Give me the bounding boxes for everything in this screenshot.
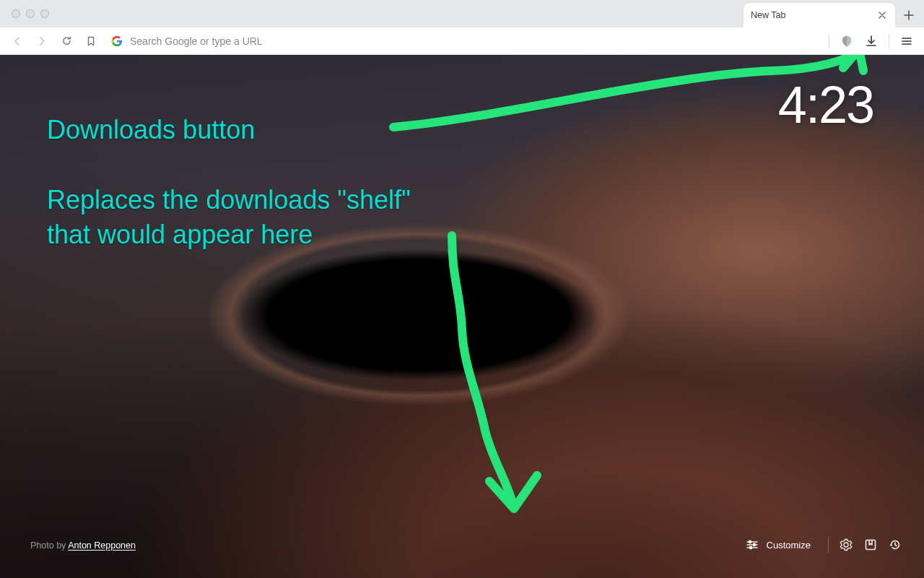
svg-rect-3 (866, 540, 876, 550)
downloads-button[interactable] (861, 31, 881, 51)
toolbar-divider (829, 34, 829, 48)
traffic-light-close[interactable] (12, 9, 20, 18)
tab-new-tab[interactable]: New Tab (744, 3, 895, 27)
history-icon[interactable] (888, 538, 902, 552)
toolbar-right (826, 31, 917, 51)
photo-credit: Photo by Anton Repponen (30, 540, 136, 551)
traffic-light-zoom[interactable] (40, 9, 49, 18)
google-icon (111, 35, 123, 47)
sliders-icon (745, 538, 759, 552)
footer-divider (828, 537, 829, 553)
tab-strip: New Tab (744, 0, 924, 27)
annotation-line-2b: that would appear here (47, 217, 411, 253)
bookmarks-icon[interactable] (863, 538, 878, 552)
toolbar-divider (889, 34, 889, 48)
window-titlebar: New Tab (0, 0, 924, 27)
ntp-footer-toolbar: Customize (738, 533, 902, 556)
svg-point-0 (749, 540, 751, 543)
svg-point-1 (753, 543, 755, 545)
photo-credit-prefix: Photo by (30, 540, 68, 551)
bookmark-button[interactable] (81, 31, 101, 51)
tab-title: New Tab (751, 10, 876, 20)
traffic-light-minimize[interactable] (26, 9, 35, 18)
ntp-clock: 4:23 (778, 75, 873, 134)
annotation-line-2a: Replaces the downloads "shelf" (47, 183, 411, 218)
address-bar-placeholder: Search Google or type a URL (130, 35, 263, 47)
customize-label: Customize (767, 540, 811, 551)
customize-button[interactable]: Customize (738, 533, 818, 556)
annotation-text: Downloads button Replaces the downloads … (47, 113, 411, 253)
traffic-lights (12, 9, 49, 18)
new-tab-page: 4:23 Downloads button Replaces the downl… (0, 55, 924, 578)
close-tab-icon[interactable] (876, 9, 888, 21)
settings-gear-icon[interactable] (839, 538, 853, 552)
address-bar[interactable]: Search Google or type a URL (105, 30, 821, 52)
reload-button[interactable] (56, 31, 77, 51)
back-button[interactable] (7, 31, 27, 51)
brave-shields-icon[interactable] (837, 31, 857, 51)
svg-point-2 (749, 546, 751, 548)
app-menu-button[interactable] (897, 31, 917, 51)
new-tab-button[interactable] (898, 4, 920, 26)
annotation-line-1: Downloads button (47, 113, 411, 148)
browser-toolbar: Search Google or type a URL (0, 27, 924, 55)
photo-credit-author-link[interactable]: Anton Repponen (68, 540, 136, 551)
forward-button[interactable] (32, 31, 52, 51)
